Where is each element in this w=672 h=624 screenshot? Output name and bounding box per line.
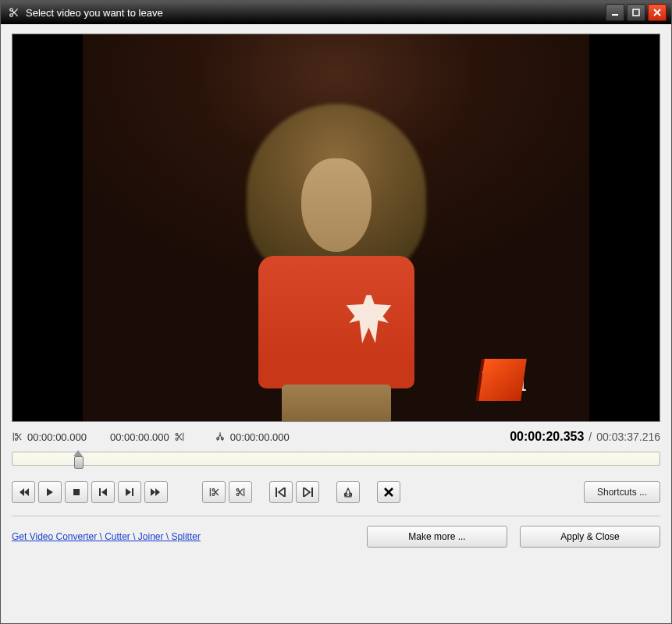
svg-point-13: [176, 438, 178, 440]
svg-rect-27: [132, 488, 133, 496]
split-marker-icon: [215, 431, 226, 442]
duration-separator: /: [588, 431, 592, 443]
channel-watermark: Vh1: [482, 356, 575, 404]
figure-silhouette: [235, 104, 438, 422]
svg-rect-5: [633, 9, 639, 16]
step-back-button[interactable]: [91, 481, 115, 503]
pillarbox-right: [589, 34, 660, 421]
maximize-button[interactable]: [627, 4, 645, 21]
footer-row: Get Video Converter \ Cutter \ Joiner \ …: [12, 526, 660, 548]
watermark-cube-icon: [478, 359, 527, 401]
svg-rect-41: [311, 488, 313, 497]
svg-rect-38: [276, 488, 277, 497]
svg-marker-20: [20, 488, 24, 496]
current-time: 00:00:20.353: [510, 430, 584, 444]
svg-marker-28: [151, 488, 155, 496]
titlebar[interactable]: Select video you want to leave: [1, 1, 671, 24]
stop-button[interactable]: [65, 481, 88, 503]
mark-out-end-icon: [174, 431, 185, 442]
svg-point-8: [15, 434, 17, 436]
mark-in-time: 00:00:00.000: [27, 431, 87, 443]
video-frame: Vh1: [83, 34, 589, 421]
svg-marker-21: [24, 488, 29, 496]
minimize-button[interactable]: [606, 4, 624, 21]
content-area: Vh1 00:00:00.000 00:00:00.000 00:00:00.0…: [1, 24, 671, 623]
set-mark-out-button[interactable]: [229, 481, 252, 503]
svg-point-9: [15, 438, 17, 440]
svg-point-34: [236, 489, 239, 491]
step-forward-button[interactable]: [118, 481, 141, 503]
scissors-icon: [9, 7, 20, 18]
svg-marker-22: [47, 488, 53, 496]
svg-point-12: [176, 434, 178, 436]
svg-marker-29: [155, 488, 160, 496]
svg-point-0: [10, 9, 13, 12]
goto-mark-in-button[interactable]: [269, 481, 293, 503]
window-title: Select video you want to leave: [26, 7, 599, 19]
svg-point-31: [212, 493, 215, 495]
svg-point-1: [10, 14, 13, 17]
shortcuts-button[interactable]: Shortcuts ...: [584, 481, 660, 503]
transport-controls: Shortcuts ...: [12, 481, 660, 503]
svg-point-30: [212, 489, 215, 491]
next-button[interactable]: [144, 481, 168, 503]
svg-rect-23: [73, 489, 80, 495]
separator: [12, 516, 660, 516]
svg-rect-24: [99, 488, 101, 496]
svg-marker-25: [101, 488, 107, 496]
get-converter-link[interactable]: Get Video Converter \ Cutter \ Joiner \ …: [12, 531, 201, 542]
apply-close-button[interactable]: Apply & Close: [520, 526, 660, 548]
svg-marker-39: [279, 488, 285, 497]
play-button[interactable]: [38, 481, 62, 503]
delete-button[interactable]: [377, 481, 400, 503]
svg-point-35: [236, 493, 239, 495]
video-preview[interactable]: Vh1: [12, 34, 660, 422]
pillarbox-left: [12, 34, 83, 421]
mark-out-time: 00:00:00.000: [110, 431, 169, 443]
total-duration: 00:03:37.216: [596, 431, 660, 443]
svg-marker-26: [126, 488, 131, 496]
close-button[interactable]: [648, 4, 667, 21]
set-mark-in-button[interactable]: [202, 481, 226, 503]
time-readout-row: 00:00:00.000 00:00:00.000 00:00:00.000 0…: [12, 428, 660, 445]
app-window: Select video you want to leave: [0, 0, 672, 624]
split-button[interactable]: [336, 481, 360, 503]
svg-marker-40: [304, 488, 310, 497]
seek-slider[interactable]: [12, 452, 660, 466]
seek-thumb[interactable]: [73, 450, 83, 467]
svg-rect-4: [612, 14, 618, 16]
goto-mark-out-button[interactable]: [296, 481, 319, 503]
prev-button[interactable]: [12, 481, 35, 503]
make-more-button[interactable]: Make more ...: [367, 526, 507, 548]
mark-in-start-icon: [12, 431, 23, 442]
split-time: 00:00:00.000: [230, 431, 290, 443]
